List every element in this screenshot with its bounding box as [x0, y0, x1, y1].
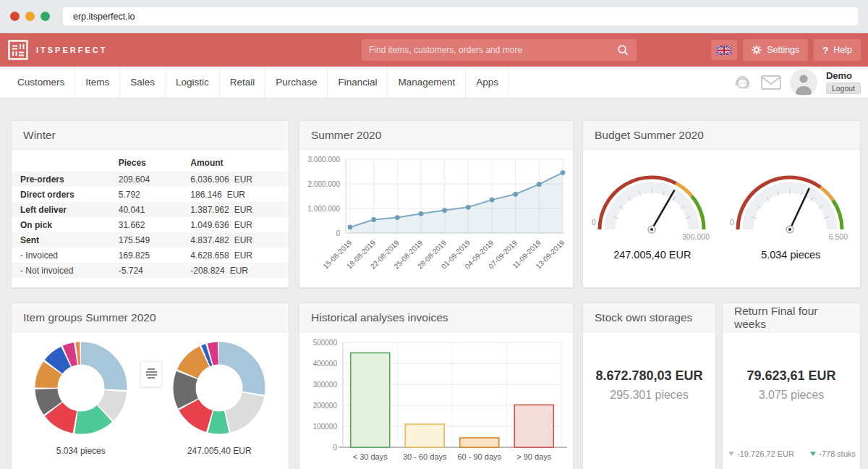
svg-text:400000: 400000: [313, 360, 338, 368]
svg-text:2.000.000: 2.000.000: [308, 180, 341, 188]
donut-eur-label: 247.005,40 EUR: [170, 446, 268, 456]
url-bar[interactable]: erp.itsperfect.io: [63, 7, 858, 25]
dashboard: Winter Pieces Amount Pre-orders209.6046.…: [0, 98, 868, 469]
user-avatar[interactable]: [790, 69, 817, 96]
return-deltas: -19.726,72 EUR -778 stuks: [728, 449, 856, 458]
nav-item-management[interactable]: Management: [388, 67, 466, 98]
minimize-window-button[interactable]: [25, 12, 35, 21]
support-icon[interactable]: [733, 73, 752, 91]
donut-pieces-label: 5.034 pieces: [32, 446, 130, 456]
gauge-chart: 0300.000: [587, 159, 718, 245]
winter-table-header: Pieces Amount: [12, 154, 289, 172]
app-header: ITSPERFECT: [0, 33, 868, 67]
donut-chart: [32, 339, 130, 437]
widget-winter-title: Winter: [12, 121, 289, 150]
help-button[interactable]: ? Help: [814, 39, 861, 61]
nav-item-items[interactable]: Items: [75, 67, 120, 98]
table-row: Direct orders5.792186.146EUR: [12, 187, 289, 202]
svg-text:60 - 90 days: 60 - 90 days: [457, 452, 501, 461]
window-controls: [10, 12, 50, 21]
line-chart: 01.000.0002.000.0003.000.00015-08-201918…: [299, 150, 574, 286]
gauge-chart: 06.500: [725, 159, 856, 245]
widget-return-four-weeks: Return Final four weeks 79.623,61 EUR 3.…: [722, 303, 861, 469]
widget-historical-invoices: Historical analyses invoices 01000002000…: [299, 303, 574, 469]
svg-text:300000: 300000: [313, 381, 338, 389]
nav-item-sales[interactable]: Sales: [120, 67, 166, 98]
arrow-down-icon: [728, 452, 734, 456]
table-row: Sent175.5494.837.482EUR: [12, 232, 289, 248]
svg-text:300.000: 300.000: [682, 232, 710, 241]
svg-text:100000: 100000: [313, 423, 338, 431]
nav-item-financial[interactable]: Financial: [328, 67, 388, 98]
svg-text:6.500: 6.500: [829, 232, 848, 241]
gauge-pieces: 06.500 5.034 pieces: [725, 159, 856, 261]
table-row: - Invoiced169.8254.628.658EUR: [12, 248, 289, 263]
close-window-button[interactable]: [10, 12, 20, 21]
svg-text:1.000.000: 1.000.000: [308, 205, 341, 213]
widget-item-groups-title: Item groups Summer 2020: [12, 303, 289, 332]
svg-text:3.000.000: 3.000.000: [308, 156, 341, 164]
nav-item-purchase[interactable]: Purchase: [265, 67, 328, 98]
itsperfect-logo-icon[interactable]: [7, 39, 29, 61]
user-name: Demo: [826, 70, 852, 81]
svg-text:200000: 200000: [313, 402, 338, 410]
donut-chart: [170, 339, 268, 437]
gauge-eur-value: 247.005,40 EUR: [587, 249, 718, 261]
donut-eur: 247.005,40 EUR: [170, 339, 268, 456]
table-row: On pick31.6621.049.636EUR: [12, 217, 289, 232]
col-amount: Amount: [186, 154, 289, 172]
return-amount: 79.623,61 EUR: [723, 368, 860, 384]
widget-stock-own-storages: Stock own storages 8.672.780,03 EUR 295.…: [582, 303, 716, 469]
svg-text:> 90 days: > 90 days: [516, 452, 552, 461]
bar-chart: 0100000200000300000400000500000< 30 days…: [299, 332, 573, 469]
url-text: erp.itsperfect.io: [73, 12, 135, 22]
col-pieces: Pieces: [114, 154, 187, 172]
widget-item-groups: Item groups Summer 2020 5.034 pieces 247…: [11, 303, 289, 469]
search-icon[interactable]: [617, 44, 629, 56]
question-mark-icon: ?: [822, 45, 828, 56]
svg-text:< 30 days: < 30 days: [353, 452, 388, 461]
main-nav: CustomersItemsSalesLogisticRetailPurchas…: [0, 67, 868, 98]
chart-menu-button[interactable]: [140, 361, 162, 387]
stock-pieces: 295.301 pieces: [583, 389, 715, 402]
brand-name: ITSPERFECT: [36, 46, 107, 54]
settings-label: Settings: [767, 45, 799, 55]
stock-amount: 8.672.780,03 EUR: [583, 368, 715, 384]
donut-pieces: 5.034 pieces: [32, 339, 130, 456]
maximize-window-button[interactable]: [41, 12, 50, 21]
return-pieces: 3.075 pieces: [723, 389, 860, 402]
gauge-pieces-value: 5.034 pieces: [725, 249, 856, 261]
svg-text:0: 0: [336, 229, 340, 237]
settings-button[interactable]: Settings: [743, 39, 808, 61]
nav-menu: CustomersItemsSalesLogisticRetailPurchas…: [7, 67, 509, 98]
nav-item-customers[interactable]: Customers: [7, 67, 75, 98]
svg-text:500000: 500000: [313, 339, 338, 347]
help-label: Help: [833, 45, 852, 55]
widget-winter: Winter Pieces Amount Pre-orders209.6046.…: [11, 120, 289, 288]
widget-return-title: Return Final four weeks: [723, 303, 860, 332]
uk-flag-icon: [716, 46, 732, 55]
nav-item-logistic[interactable]: Logistic: [166, 67, 220, 98]
svg-text:30 - 60 days: 30 - 60 days: [403, 452, 447, 461]
widget-budget-summer-2020: Budget Summer 2020 0300.000 247.005,40 E…: [582, 120, 861, 288]
logout-button[interactable]: Logout: [826, 83, 861, 94]
search-input[interactable]: [369, 45, 617, 55]
nav-item-apps[interactable]: Apps: [466, 67, 509, 98]
gauge-eur: 0300.000 247.005,40 EUR: [587, 159, 718, 261]
hamburger-menu-icon: [148, 368, 155, 370]
table-row: - Not invoiced-5.724-208.824EUR: [12, 263, 289, 278]
widget-summer-title: Summer 2020: [299, 121, 573, 150]
svg-text:0: 0: [730, 218, 734, 227]
delta-amount: -19.726,72 EUR: [728, 449, 794, 458]
browser-chrome: erp.itsperfect.io: [0, 0, 868, 33]
widget-historical-title: Historical analyses invoices: [299, 303, 573, 332]
delta-pieces: -778 stuks: [810, 449, 856, 458]
global-search[interactable]: [362, 39, 637, 61]
gear-icon: [752, 45, 762, 55]
table-row: Left deliver40.0411.387.962EUR: [12, 202, 289, 217]
widget-summer-2020: Summer 2020 01.000.0002.000.0003.000.000…: [299, 120, 574, 288]
winter-table: Pieces Amount Pre-orders209.6046.036.906…: [12, 154, 289, 278]
language-flag-button[interactable]: [711, 40, 737, 60]
nav-item-retail[interactable]: Retail: [220, 67, 266, 98]
mail-icon[interactable]: [761, 75, 781, 90]
